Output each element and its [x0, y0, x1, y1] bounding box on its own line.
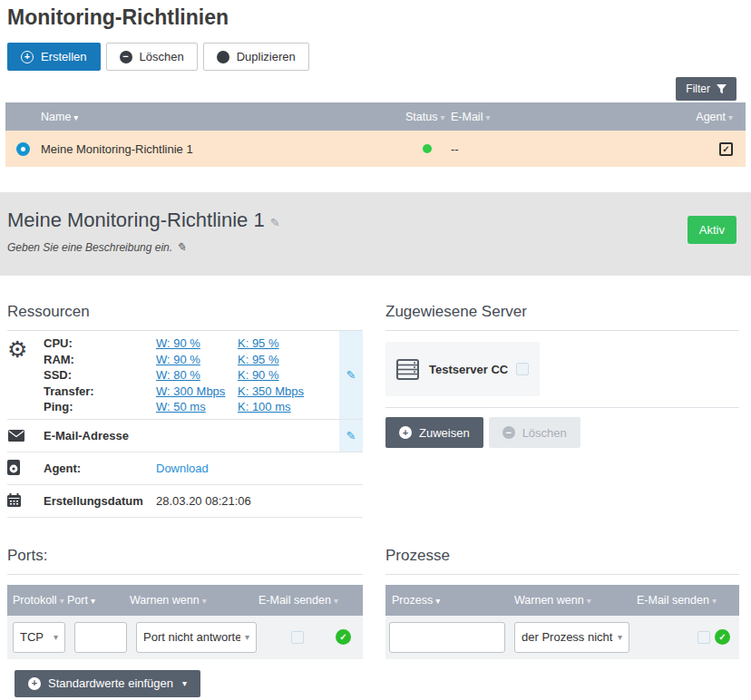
ssd-warn-link[interactable]: W: 80 %	[156, 368, 200, 382]
column-header-agent[interactable]: Agent▾	[691, 111, 746, 123]
column-header-name[interactable]: Name▾	[41, 111, 405, 123]
sort-caret-icon: ▾	[587, 596, 591, 606]
port-email-checkbox[interactable]	[291, 631, 304, 644]
minus-circle-icon: −	[502, 426, 515, 439]
filter-button[interactable]: Filter	[676, 77, 736, 101]
column-header-port[interactable]: Port▾	[67, 594, 130, 607]
ping-warn-link[interactable]: W: 50 ms	[156, 400, 206, 413]
ram-warn-link[interactable]: W: 90 %	[156, 353, 200, 366]
edit-resources-pencil-icon[interactable]: ✎	[346, 368, 356, 382]
edit-resources-strip[interactable]: ✎	[339, 331, 363, 419]
column-header-protocol[interactable]: Protokoll▾	[7, 594, 67, 607]
column-header-warn-when[interactable]: Warnen wenn▾	[130, 594, 258, 607]
column-header-send-email[interactable]: E-Mail senden▾	[258, 594, 363, 607]
row-radio-selected[interactable]	[16, 142, 30, 156]
policy-email-cell: --	[451, 142, 691, 156]
port-warn-select[interactable]: Port nicht antwortet ▾	[136, 622, 257, 653]
email-address-label: E-Mail-Adresse	[44, 429, 339, 442]
port-input[interactable]	[74, 622, 127, 653]
ssd-critical-link[interactable]: K: 90 %	[238, 368, 279, 382]
assigned-servers-section: Zugewiesene Server Testserver CC + Zuwei…	[385, 303, 739, 448]
policy-table-row[interactable]: Meine Monitoring-Richtlinie 1 -- ✓	[5, 131, 746, 167]
remove-server-label: Löschen	[522, 426, 567, 440]
ports-table-row: TCP ▾ Port nicht antwortet ▾ ✓	[7, 616, 363, 659]
plus-circle-icon: +	[399, 426, 412, 439]
assign-server-label: Zuweisen	[419, 426, 470, 440]
column-header-email[interactable]: E-Mail▾	[451, 111, 691, 123]
agent-row: Agent: Download	[7, 452, 363, 485]
column-header-send-email[interactable]: E-Mail senden▾	[637, 594, 739, 607]
edit-title-pencil-icon[interactable]: ✎	[270, 216, 280, 229]
remove-server-button[interactable]: − Löschen	[489, 417, 580, 448]
cpu-warn-link[interactable]: W: 90 %	[156, 336, 200, 350]
select-caret-icon: ▾	[240, 632, 249, 642]
filter-row: Filter	[0, 77, 736, 101]
select-caret-icon: ▾	[49, 632, 58, 642]
agent-download-link[interactable]: Download	[156, 462, 209, 475]
transfer-critical-link[interactable]: K: 350 Mbps	[238, 384, 304, 398]
process-warn-select[interactable]: der Prozess nicht läuft ▾	[514, 622, 629, 653]
policy-detail-title: Meine Monitoring-Richtlinie 1	[7, 209, 265, 231]
row-valid-check-icon: ✓	[715, 629, 730, 645]
toolbar: + Erstellen − Löschen Duplizieren	[7, 43, 751, 71]
envelope-icon	[7, 430, 25, 442]
metric-row-ram: RAM: W: 90 % K: 95 %	[44, 352, 339, 368]
edit-description-pencil-icon[interactable]: ✎	[176, 240, 186, 254]
sort-caret-icon: ▾	[334, 596, 338, 606]
policy-table-header: Name▾ Status▾ E-Mail▾ Agent▾	[5, 102, 746, 131]
delete-button[interactable]: − Löschen	[106, 43, 198, 71]
dropdown-caret-icon: ▾	[182, 678, 187, 688]
page-title: Monitoring-Richtlinien	[0, 0, 751, 30]
ram-critical-link[interactable]: K: 95 %	[238, 353, 279, 366]
insert-defaults-button[interactable]: + Standardwerte einfügen ▾	[15, 670, 200, 697]
sort-caret-icon: ▾	[728, 112, 733, 122]
agent-checked-icon: ✓	[719, 142, 733, 156]
edit-email-strip[interactable]: ✎	[339, 420, 363, 452]
edit-email-pencil-icon[interactable]: ✎	[346, 429, 356, 442]
plus-circle-icon: +	[21, 51, 34, 63]
column-header-process[interactable]: Prozess▾	[385, 594, 514, 607]
create-button[interactable]: + Erstellen	[7, 43, 101, 71]
policy-description-placeholder: Geben Sie eine Beschreibung ein.	[7, 241, 172, 254]
protocol-select[interactable]: TCP ▾	[13, 622, 65, 653]
column-header-status[interactable]: Status▾	[405, 111, 451, 123]
transfer-warn-link[interactable]: W: 300 Mbps	[156, 384, 225, 398]
agent-disc-icon	[7, 460, 21, 476]
process-email-checkbox[interactable]	[697, 631, 710, 644]
plus-circle-icon: +	[28, 677, 41, 690]
server-rack-icon	[396, 359, 420, 380]
policy-name-cell: Meine Monitoring-Richtlinie 1	[41, 142, 405, 156]
server-name: Testserver CC	[429, 363, 508, 376]
server-card[interactable]: Testserver CC	[385, 342, 540, 396]
assign-server-button[interactable]: + Zuweisen	[385, 417, 483, 448]
create-button-label: Erstellen	[41, 50, 87, 63]
assigned-servers-heading: Zugewiesene Server	[385, 303, 739, 331]
filter-funnel-icon	[717, 84, 727, 94]
calendar-icon	[7, 493, 22, 508]
metric-row-cpu: CPU: W: 90 % K: 95 %	[44, 335, 339, 352]
status-ok-dot	[423, 144, 432, 153]
creation-date-row: Erstellungsdatum 28.03.20 08:21:06	[7, 485, 363, 518]
processes-heading: Prozesse	[385, 547, 739, 575]
sort-caret-icon: ▾	[485, 112, 490, 122]
sort-caret-icon: ▾	[73, 112, 78, 122]
processes-table-row: der Prozess nicht läuft ▾ ✓	[385, 616, 739, 659]
resources-heading: Ressourcen	[7, 303, 363, 331]
active-status-button[interactable]: Aktiv	[688, 216, 736, 244]
column-header-warn-when[interactable]: Warnen wenn▾	[514, 594, 637, 607]
server-select-checkbox[interactable]	[516, 363, 529, 375]
row-valid-check-icon: ✓	[336, 629, 351, 645]
ping-critical-link[interactable]: K: 100 ms	[238, 400, 291, 413]
filter-button-label: Filter	[686, 83, 710, 95]
resource-thresholds-block: ⚙ CPU: W: 90 % K: 95 % RAM: W: 90 % K: 9…	[7, 331, 363, 420]
metric-row-ping: Ping: W: 50 ms K: 100 ms	[44, 399, 339, 415]
email-address-row: E-Mail-Adresse ✎	[7, 420, 363, 452]
duplicate-button[interactable]: Duplizieren	[203, 43, 309, 71]
cpu-critical-link[interactable]: K: 95 %	[238, 336, 279, 350]
ports-section: Ports: Protokoll▾ Port▾ Warnen wenn▾ E-M…	[7, 547, 363, 659]
creation-date-value: 28.03.20 08:21:06	[156, 494, 251, 508]
delete-button-label: Löschen	[140, 50, 184, 63]
sort-caret-icon: ▾	[435, 596, 440, 606]
process-name-input[interactable]	[389, 622, 505, 653]
duplicate-button-label: Duplizieren	[237, 50, 296, 63]
